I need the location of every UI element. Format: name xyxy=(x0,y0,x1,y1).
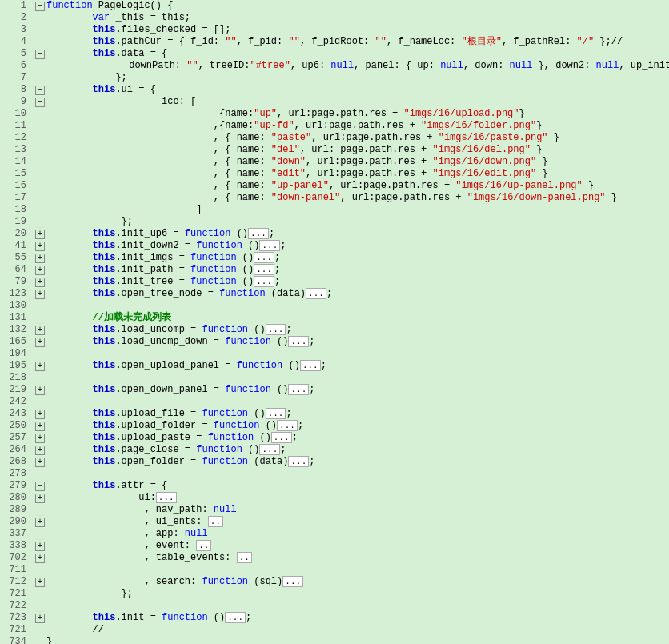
line-number: 279 xyxy=(0,480,30,492)
line-number: 6 xyxy=(0,60,30,72)
line-content: this.init_path = function ()...; xyxy=(46,264,669,276)
line-content: this.open_folder = function (data)...; xyxy=(46,456,669,468)
line-content: this.files_checked = []; xyxy=(46,24,669,36)
fold-closed-icon[interactable]: + xyxy=(35,242,45,251)
line-content: , nav_path: null xyxy=(46,504,669,516)
line-number: 10 xyxy=(0,108,30,120)
line-number: 17 xyxy=(0,192,30,204)
fold-open-icon[interactable]: − xyxy=(35,2,45,11)
line-number: 242 xyxy=(0,396,30,408)
code-line: + , ui_ents: .. xyxy=(35,516,669,528)
code-line: + this.open_down_panel = function ()...; xyxy=(35,384,669,396)
line-number: 41 xyxy=(0,240,30,252)
fold-closed-icon[interactable]: + xyxy=(35,494,45,503)
line-number: 702 xyxy=(0,552,30,564)
fold-closed-icon[interactable]: + xyxy=(35,410,45,419)
line-number: 14 xyxy=(0,156,30,168)
code-line xyxy=(35,396,669,408)
code-line: , { name: "down", url:page.path.res + "i… xyxy=(35,156,669,168)
code-line: // xyxy=(35,624,669,636)
fold-closed-icon[interactable]: + xyxy=(35,434,45,443)
fold-closed-icon[interactable]: + xyxy=(35,386,45,395)
code-editor: 1234567891011121314151617181920415564791… xyxy=(0,0,669,644)
line-number: 55 xyxy=(0,252,30,264)
code-line: , { name: "down-panel", url:page.path.re… xyxy=(35,192,669,204)
line-content: , app: null xyxy=(46,528,669,540)
line-content: this.init = function ()...; xyxy=(46,612,669,624)
code-line: + this.open_folder = function (data)...; xyxy=(35,456,669,468)
line-number: 289 xyxy=(0,504,30,516)
fold-closed-icon[interactable]: + xyxy=(35,362,45,371)
fold-closed-icon[interactable]: + xyxy=(35,326,45,335)
line-content: } xyxy=(46,636,669,644)
line-content: ] xyxy=(46,204,669,216)
line-content: this.upload_paste = function ()...; xyxy=(46,432,669,444)
line-number: 64 xyxy=(0,264,30,276)
fold-closed-icon[interactable]: + xyxy=(35,422,45,431)
fold-closed-icon[interactable]: + xyxy=(35,254,45,263)
line-number: 721 xyxy=(0,588,30,600)
line-content: this.open_down_panel = function ()...; xyxy=(46,384,669,396)
line-number: 721 xyxy=(0,624,30,636)
line-number: 243 xyxy=(0,408,30,420)
code-line: + this.init_path = function ()...; xyxy=(35,264,669,276)
line-number: 257 xyxy=(0,432,30,444)
fold-closed-icon[interactable]: + xyxy=(35,446,45,455)
code-line: + this.init_down2 = function ()...; xyxy=(35,240,669,252)
line-number: 2 xyxy=(0,12,30,24)
line-content: , search: function (sql)... xyxy=(46,576,669,588)
fold-closed-icon[interactable]: + xyxy=(35,230,45,239)
code-line: + this.page_close = function ()...; xyxy=(35,444,669,456)
line-content: this.open_tree_node = function (data)...… xyxy=(46,288,669,300)
code-line: + this.open_tree_node = function (data).… xyxy=(35,288,669,300)
line-content: //加载未完成列表 xyxy=(46,312,669,324)
line-number: 8 xyxy=(0,84,30,96)
fold-closed-icon[interactable]: + xyxy=(35,554,45,563)
code-line: −function PageLogic() { xyxy=(35,0,669,12)
fold-closed-icon[interactable]: + xyxy=(35,578,45,587)
fold-closed-icon[interactable]: + xyxy=(35,266,45,275)
line-number: 130 xyxy=(0,300,30,312)
line-content: }; xyxy=(46,72,669,84)
code-line: , nav_path: null xyxy=(35,504,669,516)
fold-closed-icon[interactable]: + xyxy=(35,542,45,551)
code-line xyxy=(35,372,669,384)
code-line: + this.open_upload_panel = function ()..… xyxy=(35,360,669,372)
code-line: , { name: "up-panel", url:page.path.res … xyxy=(35,180,669,192)
line-number: 20 xyxy=(0,228,30,240)
code-line: var _this = this; xyxy=(35,12,669,24)
code-line: + this.init_tree = function ()...; xyxy=(35,276,669,288)
line-number: 194 xyxy=(0,348,30,360)
line-content: this.load_uncomp = function ()...; xyxy=(46,324,669,336)
line-number: 3 xyxy=(0,24,30,36)
code-line: , { name: "edit", url:page.path.res + "i… xyxy=(35,168,669,180)
fold-open-icon[interactable]: − xyxy=(35,50,45,59)
code-line: , { name: "paste", url:page.path.res + "… xyxy=(35,132,669,144)
code-line: } xyxy=(35,636,669,644)
code-line: + this.upload_paste = function ()...; xyxy=(35,432,669,444)
fold-open-icon[interactable]: − xyxy=(35,98,45,107)
fold-closed-icon[interactable]: + xyxy=(35,290,45,299)
fold-closed-icon[interactable]: + xyxy=(35,338,45,347)
code-line: + , search: function (sql)... xyxy=(35,576,669,588)
line-number: 734 xyxy=(0,636,30,644)
line-number: 250 xyxy=(0,420,30,432)
line-content: , table_events: .. xyxy=(46,552,669,564)
line-number: 338 xyxy=(0,540,30,552)
fold-closed-icon[interactable]: + xyxy=(35,458,45,467)
code-line: + , event: .. xyxy=(35,540,669,552)
line-content: this.attr = { xyxy=(46,480,669,492)
line-content: }; xyxy=(46,588,669,600)
line-number: 165 xyxy=(0,336,30,348)
line-number: 16 xyxy=(0,180,30,192)
fold-closed-icon[interactable]: + xyxy=(35,614,45,623)
code-line: − this.data = { xyxy=(35,48,669,60)
line-numbers: 1234567891011121314151617181920415564791… xyxy=(0,0,30,644)
code-line: + this.init_up6 = function ()...; xyxy=(35,228,669,240)
fold-closed-icon[interactable]: + xyxy=(35,278,45,287)
fold-closed-icon[interactable]: + xyxy=(35,518,45,527)
fold-open-icon[interactable]: − xyxy=(35,86,45,95)
line-content: function PageLogic() { xyxy=(46,0,669,12)
code-line: downPath: "", treeID:"#tree", up6: null,… xyxy=(35,60,669,72)
fold-open-icon[interactable]: − xyxy=(35,482,45,491)
